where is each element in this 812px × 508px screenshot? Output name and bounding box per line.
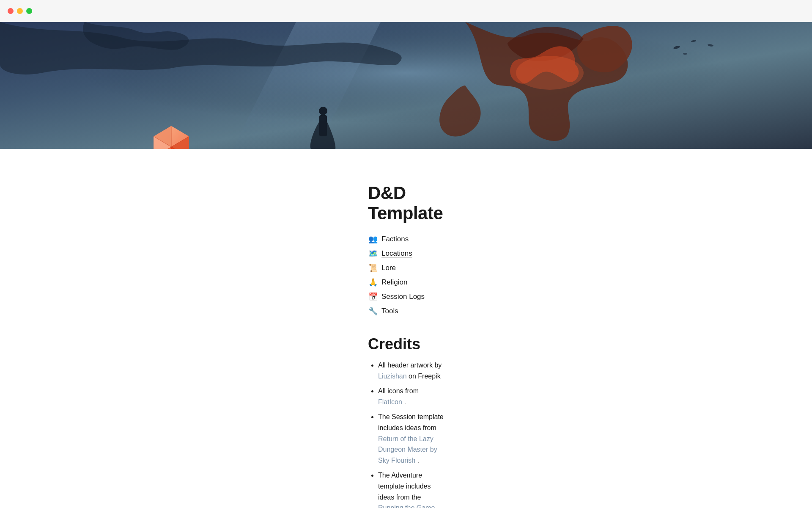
credits-artwork-text: All header artwork by xyxy=(378,362,442,369)
credits-flaticon-link[interactable]: FlatIcon xyxy=(378,398,402,406)
locations-link[interactable]: Locations xyxy=(381,249,412,258)
nav-item-session-logs[interactable]: 📅 Session Logs xyxy=(368,290,444,304)
credits-icons-suffix: . xyxy=(404,398,406,406)
page-icon xyxy=(148,124,195,149)
maximize-button[interactable] xyxy=(26,8,32,14)
credits-session-text: The Session template includes ideas from xyxy=(378,413,444,431)
lore-icon: 📜 xyxy=(368,263,378,273)
factions-link[interactable]: Factions xyxy=(381,235,409,243)
lore-link[interactable]: Lore xyxy=(381,264,396,272)
svg-point-9 xyxy=(319,107,327,115)
credits-running-game-link[interactable]: Running the Game series xyxy=(378,504,435,508)
religion-link[interactable]: Religion xyxy=(381,278,407,287)
page-title: D&D Template xyxy=(368,183,444,224)
svg-point-3 xyxy=(516,56,584,90)
minimize-button[interactable] xyxy=(17,8,23,14)
credits-artwork-suffix: on Freepik xyxy=(409,373,441,380)
religion-icon: 🙏 xyxy=(368,278,378,287)
credits-item-session: The Session template includes ideas from… xyxy=(378,411,444,466)
credits-adventure-text: The Adventure template includes ideas fr… xyxy=(378,472,431,500)
credits-item-artwork: All header artwork by Liuzishan on Freep… xyxy=(378,360,444,381)
credits-list: All header artwork by Liuzishan on Freep… xyxy=(368,360,444,508)
nav-item-locations[interactable]: 🗺️ Locations xyxy=(368,246,444,261)
credits-item-icons: All icons from FlatIcon . xyxy=(378,386,444,407)
nav-item-factions[interactable]: 👥 Factions xyxy=(368,232,444,246)
close-button[interactable] xyxy=(8,8,14,14)
title-bar xyxy=(0,0,812,22)
credits-icons-text: All icons from xyxy=(378,387,419,395)
nav-item-lore[interactable]: 📜 Lore xyxy=(368,261,444,275)
locations-icon: 🗺️ xyxy=(368,249,378,258)
credits-title: Credits xyxy=(368,335,444,353)
nav-item-religion[interactable]: 🙏 Religion xyxy=(368,275,444,290)
session-logs-link[interactable]: Session Logs xyxy=(381,293,425,301)
content-area: D&D Template 👥 Factions 🗺️ Locations 📜 L… xyxy=(216,149,596,508)
credits-liuzishan-link[interactable]: Liuzishan xyxy=(378,373,407,380)
credits-session-suffix: . xyxy=(417,457,419,464)
svg-point-6 xyxy=(683,53,687,55)
session-logs-icon: 📅 xyxy=(368,292,378,301)
credits-item-adventure: The Adventure template includes ideas fr… xyxy=(378,470,444,508)
hero-banner xyxy=(0,22,812,149)
tools-icon: 🔧 xyxy=(368,306,378,316)
nav-list: 👥 Factions 🗺️ Locations 📜 Lore 🙏 Religio… xyxy=(368,232,444,318)
factions-icon: 👥 xyxy=(368,235,378,244)
nav-item-tools[interactable]: 🔧 Tools xyxy=(368,304,444,318)
credits-lazy-dungeon-link[interactable]: Return of the Lazy Dungeon Master by Sky… xyxy=(378,435,437,464)
page-title-section: D&D Template xyxy=(368,149,444,232)
tools-link[interactable]: Tools xyxy=(381,307,398,315)
